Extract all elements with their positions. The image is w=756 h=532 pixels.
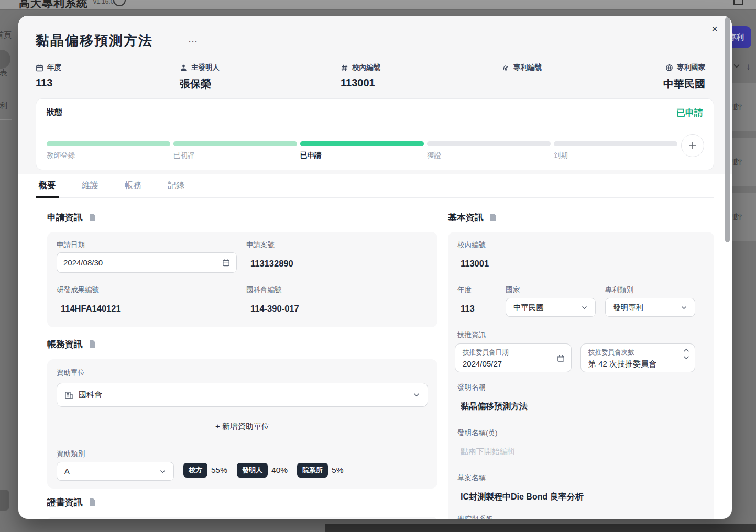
tab-bar: 概要 維護 帳務 記錄 bbox=[36, 179, 714, 198]
draft-name-label: 草案名稱 bbox=[457, 473, 486, 483]
building-icon bbox=[64, 391, 73, 400]
status-step[interactable]: 已申請 bbox=[300, 141, 424, 160]
arrow-down-icon: ↓ bbox=[746, 62, 751, 72]
window-icon bbox=[733, 0, 743, 5]
status-card: 狀態 已申請 教師登錄 已初評 已申請 獲證 到期 bbox=[36, 98, 714, 170]
section-cert-info: 證書資訊 bbox=[47, 496, 96, 508]
basic-info-card: 校內編號 113001 年度 113 國家 中華民國 專利類別 發明專利 技推資… bbox=[448, 232, 714, 519]
tech-info-label: 技推資訊 bbox=[457, 330, 486, 340]
plus-icon bbox=[687, 140, 698, 151]
background-sidebar-footer bbox=[0, 490, 9, 511]
patent-detail-modal: × 黏晶偏移預測方法 ⋯ 年度 113 主發明人 張保榮 校內編號 113001… bbox=[18, 16, 732, 519]
chevron-down-icon[interactable] bbox=[683, 356, 689, 360]
nstc-no-label: 國科會編號 bbox=[246, 285, 282, 295]
rd-no-value: 114HFA140121 bbox=[61, 304, 121, 314]
meta-inventor: 主發明人 張保榮 bbox=[180, 63, 220, 91]
split-dept-badge: 院系所 bbox=[297, 463, 328, 478]
billing-info-card: 資助單位 國科會 + 新增資助單位 資助類別 A 校方 55% 發明人 40% … bbox=[47, 359, 437, 489]
document-icon[interactable] bbox=[89, 498, 96, 506]
committee-no-stepper[interactable]: 技推委員會次數 第 42 次技推委員會 bbox=[580, 343, 695, 372]
dept-label: 學院與系所 bbox=[457, 515, 493, 519]
fund-type-select[interactable]: A bbox=[57, 462, 174, 481]
hash-icon bbox=[341, 64, 348, 72]
section-apply-info: 申請資訊 bbox=[47, 212, 96, 224]
year-value: 113 bbox=[461, 304, 475, 314]
apply-date-input[interactable]: 2024/08/30 bbox=[57, 252, 237, 273]
sidebar-divider bbox=[0, 119, 12, 120]
sidebar-item-patent: 專利 bbox=[0, 101, 7, 111]
document-icon[interactable] bbox=[89, 214, 96, 221]
split-dept-value: 5% bbox=[332, 465, 343, 475]
chevron-down-icon bbox=[159, 468, 166, 475]
more-options-button[interactable]: ⋯ bbox=[188, 36, 198, 47]
tab-overview[interactable]: 概要 bbox=[36, 179, 59, 198]
chevron-down-icon bbox=[581, 304, 588, 311]
invention-name-label: 發明名稱 bbox=[457, 383, 486, 392]
section-basic-info: 基本資訊 bbox=[448, 212, 497, 224]
meta-year: 年度 113 bbox=[36, 63, 61, 89]
page-title: 黏晶偏移預測方法 bbox=[36, 31, 153, 50]
document-icon[interactable] bbox=[490, 214, 497, 221]
apply-info-card: 申請日期 2024/08/30 申請案號 113132890 研發成果編號 11… bbox=[47, 232, 437, 327]
committee-date-input[interactable]: 技推委員會日期 2024/05/27 bbox=[455, 343, 572, 372]
cert-info-card bbox=[47, 517, 437, 519]
apply-date-label: 申請日期 bbox=[57, 240, 85, 250]
patent-type-select[interactable]: 發明專利 bbox=[605, 298, 695, 317]
rd-no-label: 研發成果編號 bbox=[57, 285, 99, 295]
split-inventor-badge: 發明人 bbox=[237, 463, 268, 478]
funder-select[interactable]: 國科會 bbox=[57, 383, 428, 407]
sidebar-avatar bbox=[0, 50, 10, 69]
status-title: 狀態 bbox=[47, 107, 62, 117]
status-step[interactable]: 教師登錄 bbox=[47, 141, 170, 160]
funder-label: 資助單位 bbox=[57, 368, 85, 378]
tab-billing[interactable]: 帳務 bbox=[122, 179, 145, 197]
section-billing-info: 帳務資訊 bbox=[47, 338, 96, 350]
person-icon bbox=[180, 64, 188, 72]
status-step[interactable]: 到期 bbox=[554, 141, 677, 160]
split-ratios: 校方 55% 發明人 40% 院系所 5% bbox=[183, 463, 349, 478]
draft-name-value: IC封測製程中Die Bond 良率分析 bbox=[461, 492, 584, 503]
country-select[interactable]: 中華民國 bbox=[506, 298, 596, 317]
add-funder-button[interactable]: + 新增資助單位 bbox=[47, 422, 437, 431]
tab-maintenance[interactable]: 維護 bbox=[79, 179, 102, 197]
nstc-no-value: 114-390-017 bbox=[250, 304, 299, 314]
app-version: v1.16.0 bbox=[93, 0, 114, 5]
status-badge: 已申請 bbox=[676, 107, 703, 119]
meta-patent-no: 專利編號 bbox=[502, 63, 542, 77]
status-step[interactable]: 獲證 bbox=[427, 141, 551, 160]
invention-name-en-field[interactable]: 點兩下開始編輯 bbox=[461, 447, 516, 457]
chevron-down-icon bbox=[681, 304, 687, 311]
calendar-icon bbox=[222, 259, 230, 267]
invention-name-en-label: 發明名稱(英) bbox=[457, 428, 498, 438]
calendar-icon bbox=[36, 64, 43, 72]
globe-icon bbox=[665, 64, 673, 72]
background-topbar: 高大專利系統 v1.16.0 bbox=[0, 0, 756, 10]
patent-type-label: 專利類別 bbox=[605, 285, 633, 295]
add-status-button[interactable] bbox=[681, 134, 704, 157]
document-icon[interactable] bbox=[89, 340, 96, 348]
split-inventor-value: 40% bbox=[271, 465, 288, 475]
chevron-down-icon bbox=[413, 391, 420, 398]
country-label: 國家 bbox=[506, 285, 520, 295]
year-label: 年度 bbox=[457, 285, 472, 295]
fund-type-label: 資助類別 bbox=[57, 449, 85, 459]
fingerprint-icon bbox=[502, 64, 510, 72]
app-title: 高大專利系統 bbox=[19, 0, 88, 10]
case-no-label: 申請案號 bbox=[246, 240, 275, 250]
meta-school-id: 校內編號 113001 bbox=[341, 63, 380, 89]
status-step[interactable]: 已初評 bbox=[173, 141, 297, 160]
chevron-down-icon bbox=[732, 62, 741, 72]
modal-scrollbar[interactable] bbox=[725, 17, 730, 242]
school-id-value: 113001 bbox=[461, 259, 489, 269]
background-bottom-bar bbox=[325, 524, 756, 532]
app-version-badge-icon bbox=[113, 0, 126, 6]
split-school-value: 55% bbox=[211, 465, 227, 475]
status-progress: 教師登錄 已初評 已申請 獲證 到期 bbox=[47, 141, 677, 160]
invention-name-value: 黏晶偏移預測方法 bbox=[461, 401, 528, 412]
tab-records[interactable]: 記錄 bbox=[165, 179, 188, 197]
close-icon[interactable]: × bbox=[707, 21, 722, 37]
meta-country: 專利國家 中華民國 bbox=[663, 63, 705, 91]
sidebar-item-home: 首頁 bbox=[0, 30, 12, 40]
split-school-badge: 校方 bbox=[183, 463, 207, 478]
chevron-up-icon[interactable] bbox=[683, 348, 689, 352]
